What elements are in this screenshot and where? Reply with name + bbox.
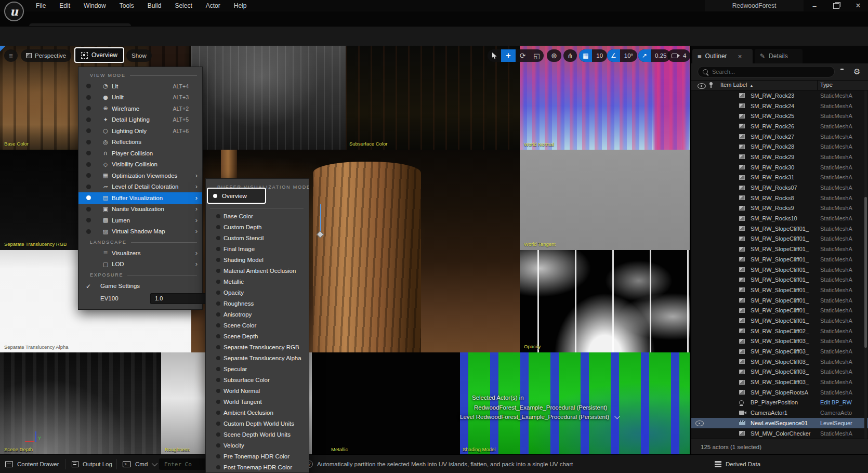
menu-item-unlit[interactable]: ●UnlitALT+3	[78, 92, 202, 103]
menu-item-level-of-detail-coloration[interactable]: ▱Level of Detail Coloration›	[78, 181, 202, 193]
menu-item-visualizers[interactable]: ≡Visualizers›	[78, 247, 202, 259]
menu-item-shading-model[interactable]: Shading Model	[206, 254, 309, 265]
select-tool-button[interactable]	[488, 49, 501, 62]
type-column-header[interactable]: Type	[820, 82, 833, 88]
menubar-item-actor[interactable]: Actor	[199, 0, 227, 11]
outliner-row-sm-rw-rock29[interactable]: SM_RW_Rock29StaticMeshA	[691, 152, 868, 162]
menu-item-buffer-visualization[interactable]: ▤Buffer Visualization›	[78, 192, 202, 204]
unreal-logo[interactable]: u	[4, 2, 24, 21]
outliner-row-sm-rw-rocks9[interactable]: SM_RW_Rocks9StaticMeshA	[691, 203, 868, 214]
outliner-row-sm-rw-slopecliff01[interactable]: SM_RW_SlopeCliff01_StaticMeshA	[691, 295, 868, 306]
outliner-row-sm-rw-slopecliff03[interactable]: SM_RW_SlopeCliff03_StaticMeshA	[691, 346, 868, 357]
outliner-row-sm-rw-rock31[interactable]: SM_RW_Rock31StaticMeshA	[691, 173, 868, 183]
menubar-item-window[interactable]: Window	[77, 0, 113, 11]
close-button[interactable]	[850, 0, 866, 11]
outliner-row-sm-rw-slopecliff01[interactable]: SM_RW_SlopeCliff01_StaticMeshA	[691, 305, 868, 316]
outliner-row-sm-rw-rocks10[interactable]: SM_RW_Rocks10StaticMeshA	[691, 213, 868, 224]
surface-snapping-button[interactable]	[563, 49, 577, 62]
outliner-row-sm-rw-slopecliff01[interactable]: SM_RW_SlopeCliff01_StaticMeshA	[691, 254, 868, 265]
menu-item-custom-stencil[interactable]: Custom Stencil	[206, 232, 309, 243]
camera-speed-control[interactable]: 4	[667, 49, 690, 62]
view-mode-dropdown-open[interactable]: Overview	[74, 47, 124, 63]
menu-item-custom-depth-world-units[interactable]: Custom Depth World Units	[206, 418, 309, 429]
outliner-row-sm-rw-slopecliff03[interactable]: SM_RW_SlopeCliff03_StaticMeshA	[691, 377, 868, 387]
edit-blueprint-link[interactable]: Edit BP_RW	[820, 399, 866, 405]
menu-item-detail-lighting[interactable]: ✦Detail LightingALT+5	[78, 114, 202, 126]
menubar-item-file[interactable]: File	[29, 0, 52, 11]
menu-item-wireframe[interactable]: ⊕WireframeALT+2	[78, 103, 202, 114]
menu-item-material-ambient-occlusion[interactable]: Material Ambient Occlusion	[206, 265, 309, 276]
show-dropdown[interactable]: Show	[126, 49, 152, 62]
outliner-row-sm-rw-slopecliff01[interactable]: SM_RW_SlopeCliff01_StaticMeshA	[691, 285, 868, 295]
menubar-item-edit[interactable]: Edit	[52, 0, 77, 11]
outliner-row-sm-rw-slopecliff01[interactable]: SM_RW_SlopeCliff01_StaticMeshA	[691, 265, 868, 275]
menubar-item-help[interactable]: Help	[227, 0, 254, 11]
outliner-row-bp-playerposition[interactable]: BP_PlayerPositionEdit BP_RW	[691, 398, 868, 408]
outliner-row-sm-rw-slopecliff02[interactable]: SM_RW_SlopeCliff02_StaticMeshA	[691, 326, 868, 336]
perspective-dropdown[interactable]: Perspective	[21, 49, 71, 62]
menu-item-velocity[interactable]: Velocity	[206, 440, 309, 451]
menubar-item-select[interactable]: Select	[168, 0, 199, 11]
menu-item-pre-tonemap-hdr-color[interactable]: Pre Tonemap HDR Color	[206, 451, 309, 462]
outliner-row-sm-rw-slopecliff01[interactable]: SM_RW_SlopeCliff01_StaticMeshA	[691, 244, 868, 254]
outliner-row-sm-rw-slopecliff03[interactable]: SM_RW_SlopeCliff03_StaticMeshA	[691, 336, 868, 347]
menu-item-reflections[interactable]: ◎Reflections	[78, 137, 202, 148]
outliner-row-sm-rw-rock30[interactable]: SM_RW_Rock30StaticMeshA	[691, 162, 868, 173]
move-tool-button[interactable]	[501, 49, 516, 62]
scrollbar-thumb[interactable]	[864, 197, 867, 348]
cmd-dropdown[interactable]: >_ Cmd	[123, 455, 156, 473]
outliner-row-sm-rw-rock23[interactable]: SM_RW_Rock23StaticMeshA	[691, 90, 868, 101]
outliner-row-sm-rw-slopecliff03[interactable]: SM_RW_SlopeCliff03_StaticMeshA	[691, 357, 868, 367]
menu-item-scene-color[interactable]: Scene Color	[206, 320, 309, 331]
close-tab-icon[interactable]	[738, 52, 742, 60]
menu-item-visibility-collision[interactable]: ◇Visibility Collision	[78, 159, 202, 170]
menu-item-overview-selected[interactable]: Overview	[207, 188, 266, 204]
rotate-tool-button[interactable]	[516, 49, 530, 62]
search-input[interactable]: Search...	[698, 66, 835, 77]
item-label-column-header[interactable]: Item Label▲	[720, 82, 753, 88]
outliner-row-sm-rw-rock25[interactable]: SM_RW_Rock25StaticMeshA	[691, 111, 868, 121]
outliner-row-sm-rw-slopecliff01[interactable]: SM_RW_SlopeCliff01_StaticMeshA	[691, 316, 868, 326]
visibility-column-eye-icon[interactable]	[698, 83, 706, 89]
content-drawer-button[interactable]: Content Drawer	[5, 455, 59, 473]
menu-item-anisotropy[interactable]: Anisotropy	[206, 309, 309, 320]
visibility-eye-icon[interactable]	[695, 421, 704, 426]
menu-item-subsurface-color[interactable]: Subsurface Color	[206, 374, 309, 385]
menu-item-lighting-only[interactable]: ○Lighting OnlyALT+6	[78, 125, 202, 137]
menubar-item-tools[interactable]: Tools	[113, 0, 141, 11]
outliner-row-newlevelsequence01[interactable]: NewLevelSequence01LevelSequer	[691, 418, 868, 428]
outliner-row-sm-rw-slopecliff01[interactable]: SM_RW_SlopeCliff01_StaticMeshA	[691, 224, 868, 234]
menu-item-world-tangent[interactable]: World Tangent	[206, 396, 309, 407]
output-log-button[interactable]: Output Log	[72, 455, 112, 473]
menu-item-ambient-occlusion[interactable]: Ambient Occlusion	[206, 407, 309, 418]
restore-button[interactable]	[828, 0, 844, 11]
tab-details[interactable]: Details	[755, 49, 803, 63]
outliner-row-sm-rw-slopecliff03[interactable]: SM_RW_SlopeCliff03_StaticMeshA	[691, 367, 868, 377]
outliner-row-sm-mw-colorchecker[interactable]: SM_MW_ColorCheckerStaticMeshA	[691, 428, 868, 439]
outliner-row-sm-rw-rocks8[interactable]: SM_RW_Rocks8StaticMeshA	[691, 193, 868, 203]
menu-item-world-normal[interactable]: World Normal	[206, 385, 309, 396]
pin-column-icon[interactable]	[709, 82, 713, 85]
menu-item-game-settings[interactable]: Game Settings	[78, 280, 202, 292]
rotation-snap-control[interactable]: 10°	[607, 49, 637, 62]
outliner-row-sm-rw-rock28[interactable]: SM_RW_Rock28StaticMeshA	[691, 141, 868, 152]
outliner-row-sm-rw-rock26[interactable]: SM_RW_Rock26StaticMeshA	[691, 121, 868, 132]
outliner-scrollbar[interactable]	[864, 90, 867, 439]
menu-item-scene-depth-world-units[interactable]: Scene Depth World Units	[206, 429, 309, 440]
menu-item-scene-depth[interactable]: Scene Depth	[206, 331, 309, 341]
menu-item-lod[interactable]: ▢LOD›	[78, 259, 202, 270]
menu-item-opacity[interactable]: Opacity	[206, 287, 309, 298]
grid-snap-control[interactable]: 10	[579, 49, 607, 62]
scale-snap-control[interactable]: 0.25	[638, 49, 670, 62]
minimize-button[interactable]	[807, 0, 822, 11]
column-divider[interactable]	[817, 81, 818, 90]
menu-item-player-collision[interactable]: ∩Player Collision	[78, 148, 202, 159]
scale-tool-button[interactable]	[530, 49, 544, 62]
ev100-input[interactable]: 1.0	[150, 293, 207, 304]
outliner-row-sm-rw-rocks07[interactable]: SM_RW_Rocks07StaticMeshA	[691, 182, 868, 193]
menu-item-virtual-shadow-map[interactable]: ▨Virtual Shadow Map›	[78, 226, 202, 238]
menu-item-final-image[interactable]: Final Image	[206, 243, 309, 254]
outliner-row-sm-rw-slopecliff01[interactable]: SM_RW_SlopeCliff01_StaticMeshA	[691, 274, 868, 285]
menu-item-optimization-viewmodes[interactable]: ▦Optimization Viewmodes›	[78, 170, 202, 181]
menu-item-lit[interactable]: ◔LitALT+4	[78, 81, 202, 92]
